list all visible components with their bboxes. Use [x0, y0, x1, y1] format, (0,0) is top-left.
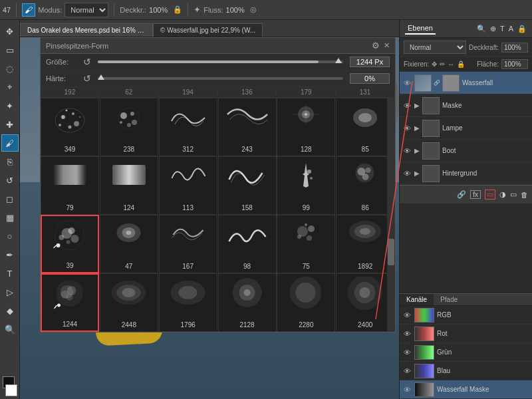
brush-cell-349[interactable]: 349 [41, 98, 99, 156]
layers-icon1[interactable]: ⊕ [490, 25, 496, 33]
brush-cell-124[interactable]: 124 [100, 156, 158, 215]
folder-maske-icon[interactable]: ▶ [414, 102, 420, 109]
gradient-tool[interactable]: ▦ [1, 209, 19, 226]
brush-cell-113[interactable]: 113 [159, 156, 217, 215]
brush-cell-98[interactable]: 98 [218, 215, 277, 273]
shapes-tool[interactable]: ◆ [1, 302, 19, 319]
kanale-tab[interactable]: Kanäle [400, 294, 434, 305]
brush-cell-79[interactable]: 79 [41, 156, 99, 215]
adjustment-footer-icon[interactable]: ◑ [499, 190, 506, 199]
brush-cell-85[interactable]: 85 [336, 98, 394, 156]
brush-cell-86[interactable]: 86 [336, 156, 394, 215]
brush-cell-75[interactable]: 75 [277, 215, 335, 273]
flaeche-input[interactable] [501, 59, 528, 69]
layers-tab[interactable]: Ebenen [405, 23, 436, 35]
size-reset-btn[interactable]: ↺ [83, 57, 91, 67]
hardness-value[interactable]: 0% [350, 73, 390, 84]
layer-mode-dropdown[interactable]: Normal [404, 41, 466, 54]
gear-icon[interactable]: ⚙ [372, 41, 380, 51]
brush-cell-99[interactable]: 99 [277, 156, 335, 215]
background-color[interactable] [5, 384, 17, 396]
channel-rot[interactable]: 👁 Rot [400, 325, 532, 343]
layer-wasserfall[interactable]: 👁 🔗 Wasserfall [400, 72, 532, 94]
layers-icon2[interactable]: T [500, 25, 505, 33]
brush-cell-1244-selected[interactable]: 1244 [41, 273, 99, 332]
heal-tool[interactable]: ✚ [1, 116, 19, 133]
lasso-tool[interactable]: ◌ [1, 60, 19, 77]
brush-grid-scrollbar[interactable] [387, 98, 395, 332]
eye-wasserfall[interactable]: 👁 [402, 79, 412, 87]
tab-1[interactable]: © Wasserfall.jpg bei 22,9% (W... [153, 23, 263, 37]
pfade-tab[interactable]: Pfade [434, 294, 464, 305]
layer-lampe[interactable]: 👁 ▶ Lampe [400, 117, 532, 140]
close-icon[interactable]: ✕ [384, 41, 390, 50]
folder-lampe-icon[interactable]: ▶ [414, 124, 420, 132]
brush-tool[interactable]: 🖌 [1, 134, 19, 152]
brush-cell-167[interactable]: 167 [159, 215, 217, 273]
group-footer-icon[interactable]: ▭ [510, 190, 517, 199]
brush-cell-312[interactable]: 312 [159, 98, 217, 156]
type-tool[interactable]: T [1, 265, 19, 282]
folder-boot-icon[interactable]: ▶ [414, 147, 420, 154]
path-select-tool[interactable]: ▷ [1, 283, 19, 301]
brush-cell-158[interactable]: 158 [218, 156, 277, 215]
history-tool[interactable]: ↺ [1, 172, 19, 189]
eye-hintergrund[interactable]: 👁 [402, 170, 412, 178]
trash-footer-icon[interactable]: 🗑 [521, 191, 528, 199]
eye-maske[interactable]: 👁 [402, 102, 412, 110]
brush-cell-1892[interactable]: 1892 [336, 215, 394, 273]
channel-gruen[interactable]: 👁 Grün [400, 343, 532, 362]
zoom-tool[interactable]: 🔍 [1, 321, 19, 338]
rect-select-tool[interactable]: ▭ [1, 41, 19, 59]
eye-wf-maske[interactable]: 👁 [402, 386, 412, 394]
active-tool-icon[interactable]: 🖌 [22, 3, 35, 17]
eraser-tool[interactable]: ◻ [1, 190, 19, 207]
channel-blau[interactable]: 👁 Blau [400, 362, 532, 380]
eye-blau[interactable]: 👁 [402, 367, 412, 375]
eye-lampe[interactable]: 👁 [402, 124, 412, 132]
brush-cell-243[interactable]: 243 [218, 98, 277, 156]
channel-wasserfall-maske[interactable]: 👁 Wasserfall Maske [400, 380, 532, 399]
eyedropper-tool[interactable]: ✦ [1, 97, 19, 114]
brush-cell-128[interactable]: 128 [277, 98, 335, 156]
brush-cell-2280[interactable]: 2280 [277, 273, 335, 332]
crop-tool[interactable]: ⌖ [1, 78, 19, 96]
stamp-tool[interactable]: ⎘ [1, 153, 19, 170]
layer-boot[interactable]: 👁 ▶ Boot [400, 140, 532, 162]
layers-icon4[interactable]: 🔒 [517, 25, 527, 33]
deckkraft-input[interactable] [501, 43, 528, 53]
eye-gruen[interactable]: 👁 [402, 348, 412, 356]
airbrush-icon[interactable]: ✦ [194, 5, 201, 15]
brush-cell-2448[interactable]: 2448 [100, 273, 158, 332]
modus-dropdown[interactable]: Normal [65, 3, 108, 17]
link-footer-icon[interactable]: 🔗 [457, 190, 466, 199]
dodge-tool[interactable]: ○ [1, 227, 19, 245]
brush-cell-2400[interactable]: 2400 [336, 273, 394, 332]
brush-cell-238[interactable]: 238 [100, 98, 158, 156]
hardness-reset-btn[interactable]: ↺ [83, 73, 91, 84]
brush-cell-39-selected[interactable]: 39 [41, 215, 99, 273]
layer-link-wasserfall[interactable]: 🔗 [434, 74, 440, 92]
brush-cell-47[interactable]: 47 [100, 215, 158, 273]
eye-rgb[interactable]: 👁 [402, 311, 412, 319]
mask-footer-icon[interactable]: ▭ [485, 190, 495, 200]
move-tool[interactable]: ✥ [1, 23, 19, 40]
brush-cell-2128[interactable]: 2128 [218, 273, 277, 332]
lock-pos-icon[interactable]: ✥ [432, 61, 437, 68]
lock-move-icon[interactable]: ↔ [448, 61, 454, 68]
size-value[interactable]: 1244 Px [350, 57, 390, 67]
layers-icon3[interactable]: A [509, 25, 513, 33]
layer-maske[interactable]: 👁 ▶ Maske [400, 94, 532, 117]
brush-cell-1796[interactable]: 1796 [159, 273, 217, 332]
channel-rgb[interactable]: 👁 RGB [400, 306, 532, 325]
lock-draw-icon[interactable]: ✏ [440, 61, 445, 68]
eye-rot[interactable]: 👁 [402, 330, 412, 338]
search-icon[interactable]: 🔍 [477, 25, 486, 33]
pen-tool[interactable]: ✒ [1, 246, 19, 263]
tab-0[interactable]: Das Orakel des Meeres.psd bei 16% (Wasse… [20, 23, 153, 37]
lock-all-icon[interactable]: 🔒 [457, 61, 465, 68]
layer-hintergrund[interactable]: 👁 ▶ Hintergrund [400, 162, 532, 185]
eye-boot[interactable]: 👁 [402, 147, 412, 155]
folder-hintergrund-icon[interactable]: ▶ [414, 170, 420, 177]
fx-footer-icon[interactable]: fx [470, 190, 481, 199]
